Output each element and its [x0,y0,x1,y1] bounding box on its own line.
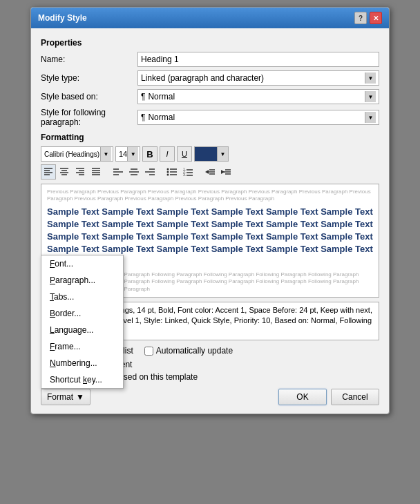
help-button[interactable]: ? [354,12,367,24]
formatting-label: Formatting [41,133,379,142]
numbering-underline: N [50,358,56,368]
ok-cancel-buttons: OK Cancel [278,389,379,405]
preview-previous-text: Previous Paragraph Previous Paragraph Pr… [47,188,373,203]
align-text-left-button[interactable] [111,164,126,180]
style-based-label: Style based on: [41,92,137,101]
font-size: 14 [119,150,127,158]
auto-update-checkbox[interactable] [144,347,153,356]
style-based-row: Style based on: ¶ Normal ▼ [41,89,379,104]
style-based-value-container: ¶ Normal [141,92,175,101]
indent-decrease-button[interactable] [202,164,218,180]
properties-label: Properties [41,38,379,48]
style-following-select[interactable]: ¶ Normal ▼ [137,110,379,125]
font-color-button[interactable]: ▼ [194,146,229,162]
style-based-icon: ¶ [141,92,145,101]
title-bar-buttons: ? ✕ [354,12,382,24]
shortcut-underline: k [83,375,87,385]
list-button[interactable] [164,164,180,180]
cancel-button[interactable]: Cancel [331,389,379,405]
title-bar: Modify Style ? ✕ [31,8,389,28]
align-justify-button[interactable] [88,164,104,180]
menu-item-language[interactable]: Language... [41,322,123,338]
close-button[interactable]: ✕ [370,12,382,24]
font-underline: F [50,259,55,269]
auto-update-label[interactable]: Automatically update [144,346,233,356]
tabs-underline: T [50,292,54,302]
auto-update-text: Automatically update [156,346,233,356]
menu-item-font[interactable]: Font... [41,255,123,272]
format-dropdown-menu: Font... Paragraph... Tabs... Border... L… [41,255,124,389]
style-based-select[interactable]: ¶ Normal ▼ [137,89,379,104]
style-based-value: Normal [148,92,175,101]
svg-point-27 [167,171,169,173]
name-input[interactable] [137,52,379,67]
style-following-arrow: ▼ [365,112,376,123]
menu-item-paragraph[interactable]: Paragraph... [41,272,123,289]
svg-point-29 [167,174,169,176]
toolbar-row-1: Calibri (Headings) ▼ 14 ▼ B I U ▼ [41,146,379,162]
svg-point-25 [167,168,169,171]
paragraph-underline: P [50,275,55,285]
style-based-arrow: ▼ [365,91,376,102]
formatting-section: Formatting Calibri (Headings) ▼ 14 ▼ B I… [41,133,379,180]
menu-item-frame[interactable]: Frame... [41,338,123,355]
name-row: Name: [41,52,379,67]
modify-style-dialog: Modify Style ? ✕ Properties Name: Style … [30,7,390,414]
size-select[interactable]: 14 ▼ [115,146,140,162]
dialog-title: Modify Style [38,13,87,23]
style-type-arrow: ▼ [365,72,376,84]
align-right-button[interactable] [73,164,88,180]
ok-button[interactable]: OK [278,389,327,405]
style-type-label: Style type: [41,73,137,83]
border-underline: B [50,309,55,318]
menu-item-border[interactable]: Border... [41,305,123,322]
numbered-list-button[interactable]: 1.2.3. [180,164,195,180]
format-button[interactable]: Format ▼ [41,389,90,405]
align-text-center-button[interactable] [126,164,142,180]
underline-button[interactable]: U [177,146,192,162]
style-following-icon: ¶ [141,113,145,122]
menu-item-shortcut[interactable]: Shortcut key... [41,371,123,388]
align-left-button[interactable] [41,164,56,180]
svg-text:3.: 3. [183,173,186,177]
color-arrow: ▼ [217,147,228,161]
align-center-button[interactable] [57,164,72,180]
font-arrow: ▼ [100,147,111,161]
toolbar-row-2: 1.2.3. [41,164,379,180]
font-name: Calibri (Headings) [44,151,99,158]
style-type-select[interactable]: Linked (paragraph and character) ▼ [137,70,379,86]
color-swatch [195,147,217,161]
font-select[interactable]: Calibri (Headings) ▼ [41,146,113,162]
language-underline: L [50,325,55,335]
style-following-row: Style for following paragraph: ¶ Normal … [41,108,379,127]
frame-underline: F [50,342,55,351]
menu-item-tabs[interactable]: Tabs... [41,289,123,305]
bottom-row: Format ▼ OK Cancel [41,389,379,405]
properties-section: Properties Name: Style type: Linked (par… [41,38,379,127]
size-arrow: ▼ [127,147,138,161]
bold-button[interactable]: B [142,146,158,162]
style-following-value: Normal [148,113,175,122]
indent-increase-button[interactable] [218,164,233,180]
style-following-label: Style for following paragraph: [41,108,137,127]
format-arrow-icon: ▼ [76,392,84,402]
style-following-value-container: ¶ Normal [141,113,175,122]
align-text-right-button[interactable] [142,164,158,180]
style-type-row: Style type: Linked (paragraph and charac… [41,70,379,86]
italic-button[interactable]: I [160,146,175,162]
name-label: Name: [41,55,137,64]
style-type-value: Linked (paragraph and character) [141,73,264,83]
format-label: Format [47,392,73,402]
menu-item-numbering[interactable]: Numbering... [41,355,123,371]
